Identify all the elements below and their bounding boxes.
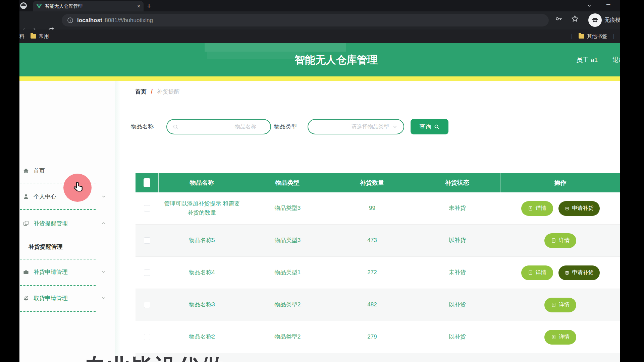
column-header: 物品名称 [159,173,245,192]
cell-item-name: 物品名称3 [159,289,245,321]
detail-button[interactable]: 详情 [544,330,576,345]
column-header: 物品类型 [245,173,330,192]
row-checkbox[interactable] [144,237,150,244]
browser-logo-icon [20,2,27,9]
row-checkbox[interactable] [144,269,150,276]
breadcrumb-home[interactable]: 首页 [135,88,147,96]
cell-item-name: 物品名称5 [159,225,245,256]
detail-button[interactable]: 详情 [521,201,553,216]
query-button-label: 查询 [419,123,431,131]
chevron-down-icon [101,269,106,275]
cell-item-type [245,353,330,362]
search-icon [173,124,179,130]
breadcrumb-separator: / [151,88,153,95]
row-checkbox[interactable] [144,205,150,212]
detail-button-label: 详情 [559,301,570,308]
cell-item-type: 物品类型3 [245,192,330,224]
column-header: 补货数量 [330,173,414,192]
document-icon [551,302,556,307]
row-checkbox[interactable] [144,334,150,340]
sidebar-item-replenish-apply[interactable]: 补货申请管理 [19,265,115,279]
hand-pointer-icon [72,181,85,194]
select-all-checkbox[interactable] [144,178,150,187]
detail-button[interactable]: 详情 [544,298,576,312]
incognito-badge-icon[interactable] [588,13,602,27]
cell-qty [330,353,414,362]
apply-button-label: 申请补货 [572,205,594,212]
bookmarks-divider: | [571,33,573,39]
cell-item-name: 管理可以添加补货提示 和需要补货的数量 [159,192,245,224]
sidebar-item-pickup-apply[interactable]: 取货申请管理 [19,291,115,305]
copy-icon [23,220,29,227]
sidebar-subitem-replenish-remind[interactable]: 补货提醒管理 [29,241,112,253]
folder-icon [31,34,36,39]
sidebar-item-label: 补货申请管理 [34,268,68,276]
detail-button[interactable]: 详情 [521,265,553,280]
bookmark-folder-changyong[interactable]: 常用 [31,33,49,40]
bookmark-label: 常用 [39,33,49,40]
cell-qty: 99 [330,192,414,224]
cell-qty: 482 [330,289,414,321]
table-header-row: 物品名称 物品类型 补货数量 补货状态 操作 [136,173,620,192]
item-type-select[interactable]: 请选择物品类型 [308,119,404,134]
table-row: 物品名称2 物品类型2 279 以补货 详情 [136,321,620,353]
cell-item-name: 物品名称2 [159,321,245,353]
address-bar[interactable]: localhost:8081/#/buhuotixing [62,14,549,26]
table-row: 管理可以添加补货提示 和需要补货的数量 物品类型3 99 未补货 详情 [136,192,620,225]
tab-search-chevron-icon[interactable] [586,3,592,8]
bookmarks-bar: 资料 常用 | 其他书签 | [0,29,644,43]
chevron-down-icon [101,295,106,301]
cell-item-name: 物品名称4 [159,257,245,289]
app-title: 智能无人仓库管理 [294,53,378,67]
item-name-field [166,119,271,134]
key-icon[interactable] [555,15,563,23]
cell-qty: 473 [330,225,414,256]
tab-close-icon[interactable]: × [137,4,140,9]
item-name-input[interactable] [167,120,270,134]
detail-button[interactable]: 详情 [544,233,576,248]
page-info-icon[interactable] [67,17,73,23]
chevron-down-icon [101,194,106,199]
accent-bar [0,76,644,81]
cell-status: 以补货 [414,321,500,353]
table-row: 物品名称4 物品类型1 272 未补货 详情 [136,257,620,289]
column-header: 补货状态 [414,173,500,192]
bookmarks-divider: | [613,33,614,39]
other-bookmarks[interactable]: 其他书签 [587,33,607,40]
browser-window: 智能无人仓库管理 × + ─ localhost:8081/#/buhuotix… [0,0,644,362]
form-icon [565,206,570,211]
table-row: 物品名称3 物品类型2 482 以补货 详情 [136,289,620,321]
select-placeholder: 请选择物品类型 [352,123,389,130]
column-header: 操作 [500,173,620,192]
item-name-label: 物品名称 [131,123,154,130]
sidebar-subitem-label: 补货提醒管理 [29,243,63,251]
cell-status: 未补货 [414,192,500,224]
window-minimize-button[interactable]: ─ [606,1,610,7]
cell-qty: 279 [330,321,414,353]
browser-tab[interactable]: 智能无人仓库管理 × [33,1,144,11]
replenish-table: 物品名称 物品类型 补货数量 补货状态 操作 管理可以添加补货提示 和需要补货的… [136,173,620,362]
letterbox-left [0,0,19,362]
detail-button-label: 详情 [536,269,546,276]
sidebar-item-replenish-remind[interactable]: 补货提醒管理 [19,217,115,230]
tab-strip: 智能无人仓库管理 × + ─ [0,0,644,11]
document-icon [551,238,556,243]
document-icon [551,335,556,340]
document-icon [528,270,533,275]
sidebar-edge [115,81,120,362]
detail-button-label: 详情 [559,334,570,341]
bookmark-star-icon[interactable] [571,15,579,23]
apply-replenish-button[interactable]: 申请补货 [558,201,600,216]
cell-status [414,353,500,362]
query-button[interactable]: 查询 [411,119,448,134]
tab-title: 智能无人仓库管理 [45,3,134,9]
item-type-label: 物品类型 [274,123,297,130]
new-tab-button[interactable]: + [147,2,151,10]
cell-status: 以补货 [414,225,500,256]
current-user: 员工 a1 [576,56,598,64]
row-checkbox[interactable] [144,302,150,308]
home-icon [23,168,29,174]
apply-replenish-button[interactable]: 申请补货 [558,265,600,280]
app-header: 智能无人仓库管理 员工 a1 退出 [0,43,644,76]
cell-item-type: 物品类型1 [245,257,330,289]
